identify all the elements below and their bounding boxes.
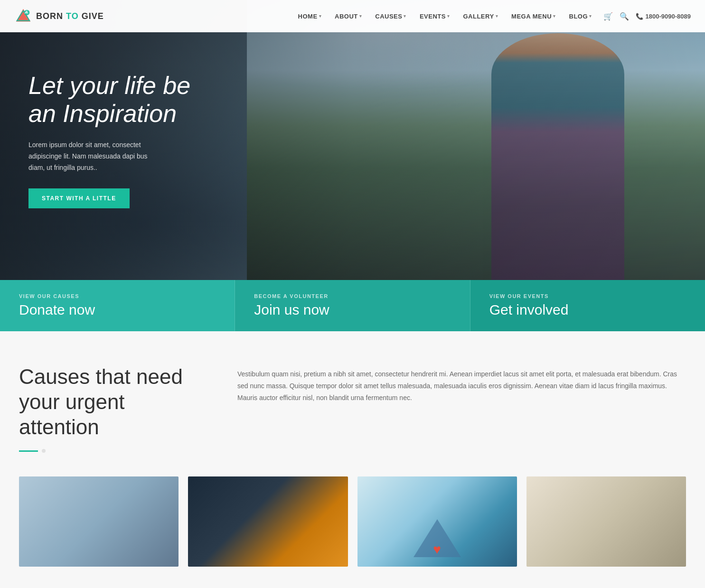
- causes-section: Causes that need your urgent attention V…: [19, 364, 686, 453]
- chevron-down-icon: ▾: [496, 14, 498, 19]
- chevron-down-icon: ▾: [447, 14, 450, 19]
- chevron-down-icon: ▾: [319, 14, 322, 19]
- hero-content: Let your life be an Inspiration Lorem ip…: [0, 72, 228, 209]
- nav-item-home[interactable]: HOME ▾: [291, 0, 329, 32]
- cta-volunteer-title: Join us now: [254, 302, 329, 318]
- cta-volunteer-sub: BECOME A VOLUNTEER: [254, 293, 328, 299]
- cta-volunteer[interactable]: BECOME A VOLUNTEER Join us now: [235, 280, 470, 331]
- causes-right: Vestibulum quam nisi, pretium a nibh sit…: [237, 364, 686, 404]
- nav-item-events[interactable]: EVENTS ▾: [413, 0, 457, 32]
- card-thumb-4[interactable]: [526, 476, 686, 567]
- cta-bar: VIEW OUR CAUSES Donate now BECOME A VOLU…: [0, 280, 705, 331]
- hero-description: Lorem ipsum dolor sit amet, consectet ad…: [28, 140, 161, 173]
- card-thumb-2[interactable]: [188, 476, 348, 567]
- underline-accent: [19, 450, 38, 452]
- hero-cta-button[interactable]: START WITH A LITTLE: [28, 188, 130, 208]
- hero-section: Let your life be an Inspiration Lorem ip…: [0, 0, 705, 280]
- cta-events[interactable]: VIEW OUR EVENTS Get involved: [470, 280, 705, 331]
- cta-events-sub: VIEW OUR EVENTS: [489, 293, 549, 299]
- cart-icon: 🛒: [603, 12, 613, 21]
- card-thumb-3[interactable]: [357, 476, 517, 567]
- hero-title: Let your life be an Inspiration: [28, 72, 199, 129]
- nav-item-gallery[interactable]: GALLERY ▾: [456, 0, 505, 32]
- nav-item-causes[interactable]: CAUSES ▾: [368, 0, 413, 32]
- nav-link-blog[interactable]: BLOG ▾: [563, 0, 599, 32]
- causes-left: Causes that need your urgent attention: [19, 364, 209, 453]
- cta-donate[interactable]: VIEW OUR CAUSES Donate now: [0, 280, 235, 331]
- nav-link-events[interactable]: EVENTS ▾: [413, 0, 457, 32]
- chevron-down-icon: ▾: [359, 14, 362, 19]
- nav-link-mega-menu[interactable]: MEGA MENU ▾: [505, 0, 562, 32]
- main-content: Causes that need your urgent attention V…: [0, 331, 705, 588]
- cta-donate-sub: VIEW OUR CAUSES: [19, 293, 79, 299]
- phone-icon: 📞: [636, 13, 643, 20]
- card-thumb-1[interactable]: [19, 476, 179, 567]
- causes-heading: Causes that need your urgent attention: [19, 364, 209, 439]
- cta-donate-title: Donate now: [19, 302, 95, 318]
- nav-link-home[interactable]: HOME ▾: [291, 0, 329, 32]
- cards-row: [19, 476, 686, 576]
- nav-item-mega-menu[interactable]: MEGA MENU ▾: [505, 0, 562, 32]
- nav-link-gallery[interactable]: GALLERY ▾: [456, 0, 505, 32]
- nav-link-about[interactable]: ABOUT ▾: [328, 0, 368, 32]
- logo-icon: [14, 7, 32, 25]
- search-button[interactable]: 🔍: [620, 12, 629, 21]
- phone-number: 1800-9090-8089: [646, 13, 691, 20]
- underline-dot: [42, 449, 46, 453]
- nav-icons: 🛒 🔍 📞 1800-9090-8089: [603, 12, 691, 21]
- cart-button[interactable]: 🛒: [603, 12, 613, 21]
- nav-links: HOME ▾ ABOUT ▾ CAUSES ▾ EVENTS ▾ GALLERY: [291, 0, 599, 32]
- chevron-down-icon: ▾: [404, 14, 406, 19]
- nav-link-causes[interactable]: CAUSES ▾: [368, 0, 413, 32]
- search-icon: 🔍: [620, 12, 629, 21]
- nav-item-about[interactable]: ABOUT ▾: [328, 0, 368, 32]
- causes-description: Vestibulum quam nisi, pretium a nibh sit…: [237, 368, 686, 404]
- causes-underline: [19, 449, 209, 453]
- chevron-down-icon: ▾: [589, 14, 592, 19]
- logo-text: BORN TO GIVE: [36, 11, 104, 21]
- phone-display: 📞 1800-9090-8089: [636, 13, 691, 20]
- logo[interactable]: BORN TO GIVE: [14, 7, 104, 25]
- chevron-down-icon: ▾: [553, 14, 556, 19]
- cta-events-title: Get involved: [489, 302, 569, 318]
- navbar: BORN TO GIVE HOME ▾ ABOUT ▾ CAUSES ▾ EVE…: [0, 0, 705, 32]
- nav-item-blog[interactable]: BLOG ▾: [563, 0, 599, 32]
